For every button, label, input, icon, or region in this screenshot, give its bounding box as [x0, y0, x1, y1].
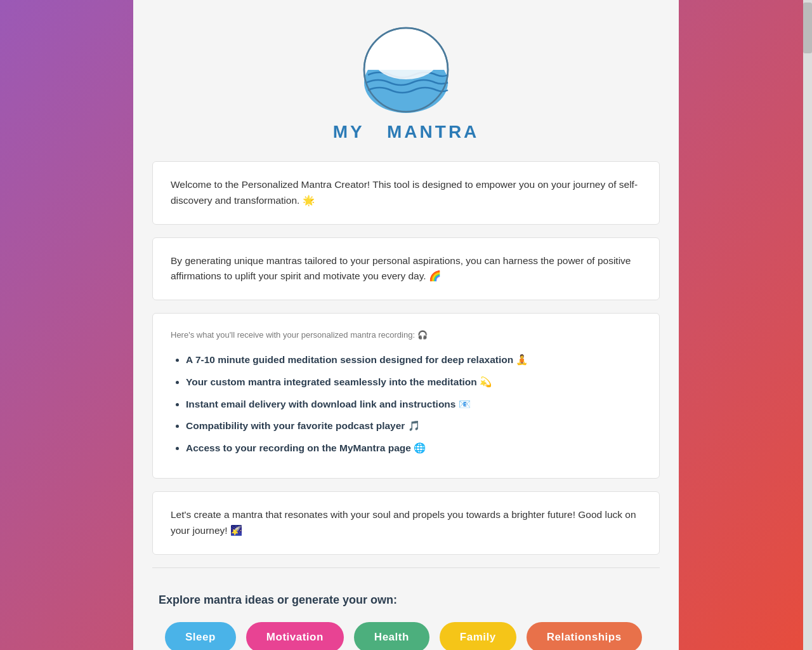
- health-button[interactable]: Health: [354, 622, 429, 650]
- main-container: MY MANTRA Welcome to the Personalized Ma…: [133, 0, 679, 650]
- logo-my: MY: [333, 122, 365, 142]
- list-item: A 7-10 minute guided meditation session …: [186, 352, 641, 368]
- card1-text: Welcome to the Personalized Mantra Creat…: [171, 177, 641, 209]
- card3-subtext: Here's what you'll receive with your per…: [171, 329, 641, 342]
- list-item: Compatibility with your favorite podcast…: [186, 418, 641, 434]
- category-buttons: Sleep Motivation Health Family Relations…: [159, 622, 653, 650]
- list-item: Access to your recording on the MyMantra…: [186, 441, 641, 456]
- logo-title: MY MANTRA: [333, 122, 480, 142]
- motivation-button[interactable]: Motivation: [246, 622, 344, 650]
- card3-list: A 7-10 minute guided meditation session …: [171, 352, 641, 456]
- info-card-2: By generating unique mantras tailored to…: [152, 237, 660, 301]
- relationships-button[interactable]: Relationships: [527, 622, 642, 650]
- info-card-4: Let's create a mantra that resonates wit…: [152, 491, 660, 555]
- logo-area: MY MANTRA: [152, 13, 660, 161]
- card4-text: Let's create a mantra that resonates wit…: [171, 507, 641, 539]
- family-button[interactable]: Family: [440, 622, 516, 650]
- list-item: Instant email delivery with download lin…: [186, 397, 641, 413]
- list-item: Your custom mantra integrated seamlessly…: [186, 375, 641, 390]
- svg-point-3: [374, 41, 438, 79]
- info-card-1: Welcome to the Personalized Mantra Creat…: [152, 161, 660, 225]
- card2-text: By generating unique mantras tailored to…: [171, 253, 641, 285]
- scrollbar-thumb[interactable]: [803, 3, 812, 53]
- explore-title: Explore mantra ideas or generate your ow…: [159, 594, 653, 607]
- scrollbar[interactable]: [803, 0, 812, 650]
- info-card-3: Here's what you'll receive with your per…: [152, 313, 660, 479]
- divider: [152, 567, 660, 568]
- explore-section: Explore mantra ideas or generate your ow…: [152, 581, 660, 650]
- sleep-button[interactable]: Sleep: [165, 622, 236, 650]
- logo-mantra: MANTRA: [387, 122, 479, 142]
- page-wrapper: MY MANTRA Welcome to the Personalized Ma…: [0, 0, 812, 650]
- logo-icon: [362, 25, 450, 114]
